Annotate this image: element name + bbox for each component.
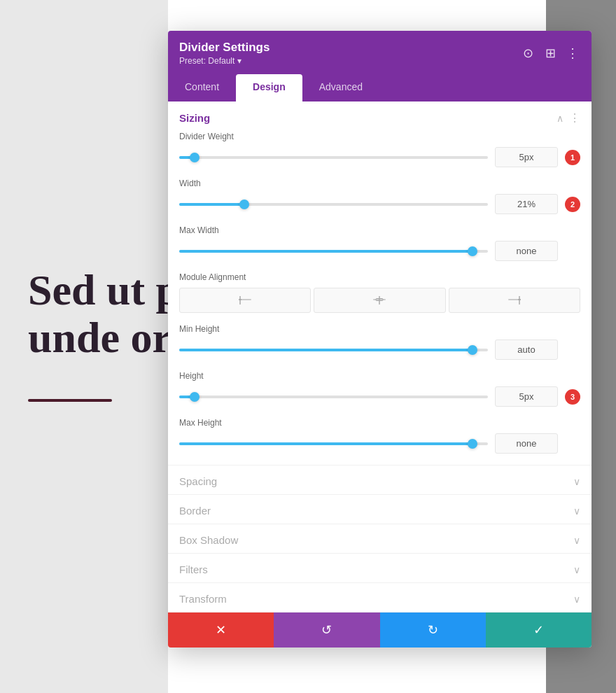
height-thumb[interactable] bbox=[190, 392, 200, 402]
collapse-icon[interactable]: ∧ bbox=[556, 113, 564, 124]
divider-weight-thumb[interactable] bbox=[190, 153, 200, 162]
modal-preset[interactable]: Preset: Default ▾ bbox=[179, 56, 270, 66]
height-value[interactable] bbox=[495, 386, 558, 407]
transform-chevron[interactable]: ∨ bbox=[573, 594, 580, 605]
width-badge: 2 bbox=[565, 197, 580, 212]
modal-header: Divider Settings Preset: Default ▾ ⊙ ⊞ ⋮ bbox=[168, 31, 592, 74]
box-shadow-section: Box Shadow ∨ bbox=[168, 524, 592, 554]
undo-button[interactable]: ↺ bbox=[274, 612, 379, 648]
max-height-label: Max Height bbox=[179, 418, 580, 428]
sizing-menu-icon[interactable]: ⋮ bbox=[569, 111, 580, 125]
height-input-row: 3 bbox=[179, 386, 580, 407]
max-height-value[interactable] bbox=[495, 433, 558, 454]
filters-chevron[interactable]: ∨ bbox=[573, 564, 580, 575]
transform-title: Transform bbox=[179, 593, 227, 605]
modal-title: Divider Settings bbox=[179, 41, 270, 55]
max-height-thumb[interactable] bbox=[468, 439, 477, 449]
tab-design[interactable]: Design bbox=[236, 74, 302, 102]
min-height-slider[interactable] bbox=[179, 349, 488, 351]
sizing-header-icons: ∧ ⋮ bbox=[556, 111, 580, 125]
modal-header-icons: ⊙ ⊞ ⋮ bbox=[520, 46, 580, 61]
min-height-input-row bbox=[179, 340, 580, 360]
max-height-fill bbox=[179, 442, 472, 445]
max-width-fill bbox=[179, 250, 472, 253]
min-height-fill bbox=[179, 349, 472, 351]
width-input-row: 2 bbox=[179, 194, 580, 214]
cancel-icon: ✕ bbox=[216, 622, 226, 638]
modal-footer: ✕ ↺ ↻ ✓ bbox=[168, 612, 592, 648]
min-height-label: Min Height bbox=[179, 324, 580, 334]
spacing-section: Spacing ∨ bbox=[168, 465, 592, 495]
width-control: Width 2 bbox=[179, 178, 580, 214]
sizing-section-header[interactable]: Sizing ∧ ⋮ bbox=[179, 102, 580, 132]
box-shadow-chevron[interactable]: ∨ bbox=[573, 535, 580, 546]
max-width-value[interactable] bbox=[495, 241, 558, 261]
border-title: Border bbox=[179, 505, 211, 517]
divider-weight-control: Divider Weight 1 bbox=[179, 132, 580, 167]
border-chevron[interactable]: ∨ bbox=[573, 505, 580, 517]
max-width-input-row bbox=[179, 241, 580, 261]
sizing-section: Sizing ∧ ⋮ Divider Weight 1 bbox=[168, 102, 592, 465]
min-height-thumb[interactable] bbox=[468, 345, 477, 355]
height-label: Height bbox=[179, 371, 580, 381]
max-width-label: Max Width bbox=[179, 225, 580, 235]
max-width-thumb[interactable] bbox=[468, 246, 477, 256]
width-fill bbox=[179, 203, 244, 206]
divider-weight-value[interactable] bbox=[495, 147, 558, 167]
height-slider[interactable] bbox=[179, 396, 488, 398]
align-center-button[interactable] bbox=[314, 288, 445, 313]
redo-button[interactable]: ↻ bbox=[380, 612, 486, 648]
divider-weight-slider[interactable] bbox=[179, 156, 488, 159]
focus-mode-icon[interactable]: ⊙ bbox=[520, 46, 536, 61]
box-shadow-header[interactable]: Box Shadow ∨ bbox=[179, 524, 580, 553]
transform-section: Transform ∨ bbox=[168, 583, 592, 612]
border-section: Border ∨ bbox=[168, 495, 592, 524]
divider-weight-badge: 1 bbox=[565, 150, 580, 165]
box-shadow-title: Box Shadow bbox=[179, 534, 238, 546]
module-alignment-control: Module Alignment bbox=[179, 272, 580, 313]
filters-header[interactable]: Filters ∨ bbox=[179, 554, 580, 582]
filters-title: Filters bbox=[179, 564, 208, 575]
max-width-slider[interactable] bbox=[179, 250, 488, 253]
min-height-control: Min Height bbox=[179, 324, 580, 360]
save-button[interactable]: ✓ bbox=[486, 612, 592, 648]
max-height-slider[interactable] bbox=[179, 442, 488, 445]
sizing-title: Sizing bbox=[179, 112, 210, 124]
divider-weight-label: Divider Weight bbox=[179, 132, 580, 141]
spacing-header[interactable]: Spacing ∨ bbox=[179, 465, 580, 494]
alignment-buttons bbox=[179, 288, 580, 313]
width-slider[interactable] bbox=[179, 203, 488, 206]
tab-bar: Content Design Advanced bbox=[168, 74, 592, 102]
width-thumb[interactable] bbox=[239, 200, 249, 209]
redo-icon: ↻ bbox=[428, 622, 438, 638]
spacing-chevron[interactable]: ∨ bbox=[573, 476, 580, 487]
align-left-button[interactable] bbox=[179, 288, 311, 313]
align-right-button[interactable] bbox=[449, 288, 580, 313]
tab-content[interactable]: Content bbox=[168, 74, 236, 102]
spacing-title: Spacing bbox=[179, 475, 217, 487]
width-label: Width bbox=[179, 178, 580, 188]
modal-header-left: Divider Settings Preset: Default ▾ bbox=[179, 41, 270, 66]
divider-weight-input-row: 1 bbox=[179, 147, 580, 167]
min-height-value[interactable] bbox=[495, 340, 558, 360]
more-options-icon[interactable]: ⋮ bbox=[565, 46, 580, 61]
settings-modal: Divider Settings Preset: Default ▾ ⊙ ⊞ ⋮… bbox=[168, 31, 592, 648]
width-value[interactable] bbox=[495, 194, 558, 214]
transform-header[interactable]: Transform ∨ bbox=[179, 583, 580, 612]
module-alignment-label: Module Alignment bbox=[179, 272, 580, 282]
max-height-control: Max Height bbox=[179, 418, 580, 454]
modal-body: Sizing ∧ ⋮ Divider Weight 1 bbox=[168, 102, 592, 612]
height-badge: 3 bbox=[565, 389, 580, 405]
max-height-input-row bbox=[179, 433, 580, 454]
undo-icon: ↺ bbox=[321, 622, 332, 638]
tab-advanced[interactable]: Advanced bbox=[302, 74, 379, 102]
border-header[interactable]: Border ∨ bbox=[179, 495, 580, 524]
background-divider bbox=[28, 399, 112, 402]
layout-icon[interactable]: ⊞ bbox=[542, 46, 558, 61]
background-text: Sed ut p unde or bbox=[28, 266, 180, 361]
save-icon: ✓ bbox=[533, 622, 544, 638]
cancel-button[interactable]: ✕ bbox=[168, 612, 274, 648]
height-control: Height 3 bbox=[179, 371, 580, 407]
filters-section: Filters ∨ bbox=[168, 554, 592, 583]
max-width-control: Max Width bbox=[179, 225, 580, 261]
